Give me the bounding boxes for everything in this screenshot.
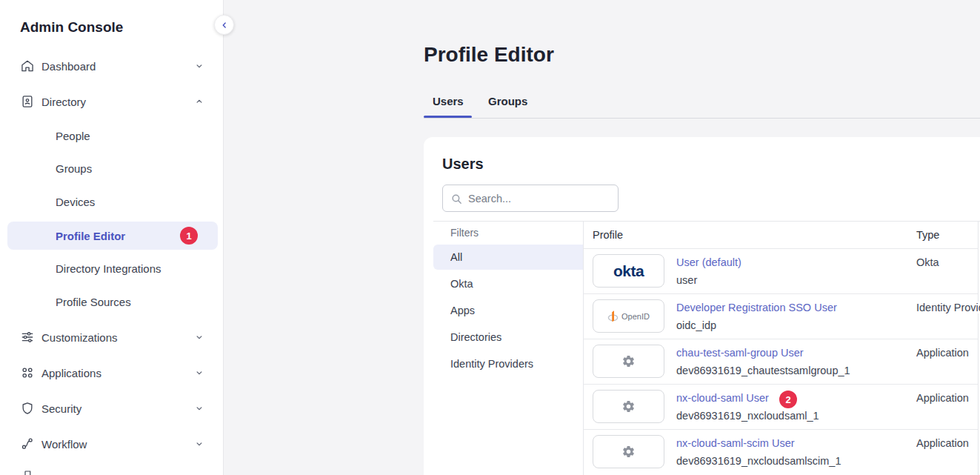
panel-title: Users bbox=[442, 156, 484, 173]
profile-link[interactable]: nx-cloud-saml-scim User bbox=[676, 437, 795, 449]
openid-mark-icon bbox=[607, 310, 619, 322]
shield-icon bbox=[20, 401, 35, 416]
sidebar-item-label: Dashboard bbox=[41, 60, 96, 73]
profile-type: Application bbox=[916, 392, 969, 404]
chevron-down-icon bbox=[194, 439, 204, 449]
profile-link[interactable]: User (default) bbox=[676, 256, 741, 268]
sidebar-item-label: Security bbox=[41, 402, 81, 415]
app-logo-placeholder bbox=[593, 345, 664, 378]
profile-type: Identity Provider bbox=[916, 302, 980, 313]
profile-type: Okta bbox=[916, 256, 939, 268]
sidebar-item-label: Profile Sources bbox=[56, 296, 131, 308]
chevron-up-icon bbox=[194, 96, 204, 107]
search-input[interactable] bbox=[468, 185, 613, 211]
sidebar-item-security[interactable]: Security bbox=[0, 391, 224, 426]
okta-logo: okta bbox=[593, 254, 664, 288]
gear-icon bbox=[621, 354, 636, 368]
step-badge-2: 2 bbox=[779, 391, 797, 408]
gear-icon bbox=[621, 399, 636, 413]
profile-subtext: oidc_idp bbox=[676, 319, 716, 331]
filter-all[interactable]: All bbox=[433, 245, 583, 270]
search-box bbox=[442, 185, 619, 212]
openid-logo-text: OpenID bbox=[621, 312, 650, 321]
table-header-border bbox=[584, 248, 978, 249]
collapse-sidebar-button[interactable] bbox=[214, 15, 234, 35]
column-header-profile: Profile bbox=[593, 229, 623, 241]
column-header-type: Type bbox=[916, 229, 939, 241]
table-column-divider bbox=[978, 221, 979, 475]
tab-users[interactable]: Users bbox=[433, 95, 464, 107]
row-divider bbox=[584, 339, 978, 339]
sidebar-item-profile-sources[interactable]: Profile Sources bbox=[0, 285, 224, 319]
workflow-icon bbox=[20, 436, 35, 451]
search-icon bbox=[450, 193, 463, 208]
divider bbox=[433, 221, 980, 222]
row-divider bbox=[584, 293, 978, 294]
filters-title: Filters bbox=[450, 227, 479, 239]
chevron-down-icon bbox=[194, 368, 204, 378]
sidebar-item-people[interactable]: People bbox=[0, 119, 224, 153]
profile-subtext: dev86931619_nxcloudsamlscim_1 bbox=[676, 455, 841, 467]
sidebar-item-label: Workflow bbox=[41, 438, 87, 451]
tab-divider bbox=[424, 118, 980, 119]
sidebar-item-groups[interactable]: Groups bbox=[0, 152, 224, 185]
filter-apps[interactable]: Apps bbox=[433, 298, 583, 323]
app-title: Admin Console bbox=[20, 19, 123, 36]
sidebar-item-label: Profile Editor bbox=[56, 230, 125, 242]
openid-logo: OpenID bbox=[593, 299, 664, 333]
home-icon bbox=[20, 59, 35, 73]
sidebar-item-devices[interactable]: Devices bbox=[0, 185, 224, 219]
id-card-icon bbox=[20, 94, 35, 109]
chevron-down-icon bbox=[194, 61, 204, 71]
sidebar-item-workflow[interactable]: Workflow bbox=[0, 426, 224, 462]
chevron-down-icon bbox=[194, 332, 204, 342]
profile-subtext: dev86931619_chautestsamlgroup_1 bbox=[676, 365, 850, 376]
partial-bottom-icon bbox=[21, 469, 34, 475]
sidebar-item-dashboard[interactable]: Dashboard bbox=[0, 48, 224, 84]
profile-link[interactable]: chau-test-saml-group User bbox=[676, 347, 804, 359]
sidebar-item-label: Directory bbox=[41, 96, 86, 108]
okta-logo-text: okta bbox=[613, 262, 644, 280]
filter-okta[interactable]: Okta bbox=[433, 271, 583, 296]
sidebar-item-label: Applications bbox=[41, 367, 101, 379]
chevron-down-icon bbox=[194, 403, 204, 413]
sidebar-item-label: Groups bbox=[56, 162, 92, 175]
apps-grid-icon bbox=[20, 365, 35, 380]
sidebar-item-label: Directory Integrations bbox=[56, 262, 161, 275]
row-divider bbox=[584, 384, 978, 385]
page-title: Profile Editor bbox=[424, 43, 554, 67]
step-badge-1: 1 bbox=[180, 227, 198, 245]
sidebar-item-label: Devices bbox=[56, 196, 95, 208]
profile-subtext: user bbox=[676, 274, 697, 286]
filter-identity-providers[interactable]: Identity Providers bbox=[433, 351, 583, 376]
profile-type: Application bbox=[916, 347, 969, 359]
profile-type: Application bbox=[916, 437, 969, 449]
sidebar-item-label: People bbox=[56, 130, 90, 142]
profile-link[interactable]: nx-cloud-saml User bbox=[676, 392, 769, 404]
profile-subtext: dev86931619_nxcloudsaml_1 bbox=[676, 410, 819, 422]
sidebar-item-applications[interactable]: Applications bbox=[0, 355, 224, 391]
app-logo-placeholder bbox=[593, 435, 664, 468]
sidebar-item-customizations[interactable]: Customizations bbox=[0, 319, 224, 355]
row-divider bbox=[584, 429, 978, 430]
gear-icon bbox=[621, 445, 636, 459]
sidebar-item-directory[interactable]: Directory bbox=[0, 84, 224, 119]
sidebar: Admin Console Dashboard Directory People… bbox=[0, 0, 224, 475]
chevron-left-icon bbox=[219, 20, 230, 30]
app-logo-placeholder bbox=[593, 390, 664, 423]
sidebar-item-label: Customizations bbox=[41, 331, 118, 344]
filters-table-divider bbox=[583, 221, 584, 475]
sidebar-item-directory-integrations[interactable]: Directory Integrations bbox=[0, 252, 224, 285]
tab-groups[interactable]: Groups bbox=[488, 95, 527, 107]
sliders-icon bbox=[20, 330, 35, 345]
profile-link[interactable]: Developer Registration SSO User bbox=[676, 302, 837, 313]
active-tab-underline bbox=[424, 116, 472, 118]
filter-directories[interactable]: Directories bbox=[433, 325, 583, 350]
